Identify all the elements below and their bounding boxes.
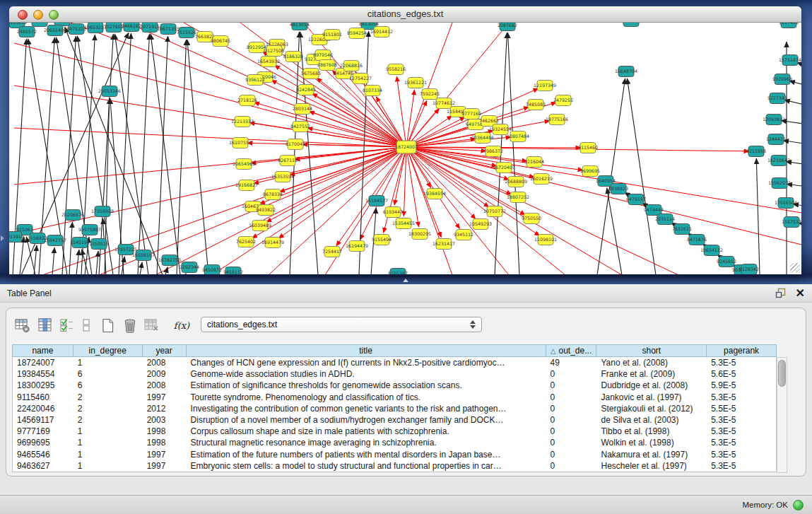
graph-node-label: 9267110 [278, 158, 298, 163]
graph-node-label: 9464839 [621, 23, 641, 23]
column-header-name[interactable]: name [13, 345, 73, 356]
graph-node-label: 10654112 [700, 247, 723, 252]
column-header-year[interactable]: year [143, 345, 187, 356]
table-row[interactable]: 911546021997Tourette syndrome. Phenomeno… [13, 392, 776, 403]
clear-selection-button[interactable] [77, 315, 95, 335]
graph-node-label: 8186328 [283, 54, 303, 59]
graph-node-label: 10688809 [505, 179, 527, 184]
graph-node-label: 9396122 [245, 77, 265, 82]
collapsed-sidebar-handle[interactable] [1, 235, 4, 241]
graph-node-label: 9474444 [644, 207, 664, 212]
table-row[interactable]: 946362711997Embryonic stem cells: a mode… [13, 460, 776, 472]
float-panel-icon[interactable] [775, 288, 786, 298]
minimize-window-icon[interactable] [33, 10, 43, 20]
graph-edge [627, 78, 656, 274]
table-cell: Disruption of a novel member of a sodium… [187, 415, 546, 425]
graph-edge [185, 274, 186, 274]
graph-node-label: 93975887 [78, 227, 101, 232]
new-table-button[interactable] [95, 315, 119, 335]
table-row[interactable]: 1456911722003Disruption of a novel membe… [13, 414, 776, 426]
table-cell: 5.3E-5 [707, 415, 776, 425]
graph-node-label: 8813054 [359, 23, 379, 26]
network-window: citations_edges.txt 91530197940173864017… [9, 6, 801, 274]
table-vertical-scrollbar[interactable] [777, 357, 787, 473]
table-cell: 1998 [143, 426, 187, 436]
table-cell: 6 [73, 380, 143, 390]
network-canvas[interactable]: 9153019794017386401732405572206914068475… [9, 23, 801, 274]
table-cell: Franke et al. (2009) [596, 369, 707, 379]
column-header-title[interactable]: title [187, 345, 546, 356]
table-cell: 5.5E-5 [707, 404, 776, 414]
scrollbar-thumb[interactable] [778, 360, 786, 387]
graph-node-label: 10549293 [469, 221, 492, 226]
status-bar: Memory: OK [0, 495, 812, 514]
column-header-out_de[interactable]: △out_de... [546, 345, 597, 356]
table-row[interactable]: 1872400712008Changes of HCN gene express… [13, 357, 776, 368]
table-cell: 1 [73, 438, 143, 448]
graph-node-label: 17016504 [775, 200, 797, 205]
table-cell: 0 [546, 426, 597, 436]
graph-node-label: 9329968 [772, 76, 792, 81]
table-cell: Estimation of significance thresholds fo… [187, 380, 546, 390]
graph-node-label: 7485083 [526, 102, 546, 107]
graph-node-label: 7462662 [479, 118, 499, 123]
table-row[interactable]: 946554611997Estimation of the future num… [13, 449, 776, 460]
column-edit-button[interactable] [33, 315, 57, 335]
select-all-rows-button[interactable] [57, 315, 77, 335]
close-panel-icon[interactable]: ✕ [796, 288, 805, 298]
graph-node-label: 17957225 [114, 247, 137, 252]
table-cell: 1 [73, 426, 143, 436]
import-table-button-disabled [141, 315, 162, 335]
table-select-dropdown[interactable]: citations_edges.txt [201, 317, 482, 332]
graph-node-label: 7632621 [672, 226, 692, 231]
table-body: 1872400712008Changes of HCN gene express… [12, 357, 777, 472]
graph-node-label: 7254417 [322, 249, 342, 254]
table-row[interactable]: 977716911998Corpus callosum shape and si… [13, 426, 776, 437]
table-cell: 5.3E-5 [707, 358, 776, 368]
table-cell: 1997 [143, 450, 187, 460]
graph-node-label: 16914479 [261, 240, 284, 245]
graph-node-label: 9245652 [717, 259, 736, 264]
graph-node-label: 7986372 [483, 148, 503, 153]
table-cell: Stergiakouli et al. (2012) [596, 404, 707, 414]
graph-node-label: 12754227 [349, 76, 372, 81]
function-builder-button[interactable]: f(x) [167, 315, 196, 335]
table-row[interactable]: 2242004622012Investigating the contribut… [13, 403, 776, 414]
zoom-window-icon[interactable] [49, 10, 59, 20]
network-window-title: citations_edges.txt [367, 8, 444, 19]
graph-node-label: 17359928 [91, 209, 114, 214]
graph-node-label: 19166827 [235, 182, 258, 187]
column-header-in_degree[interactable]: in_degree [73, 345, 143, 356]
graph-node-label: 2479255 [553, 98, 573, 103]
close-window-icon[interactable] [18, 10, 28, 20]
table-cell: 1 [73, 358, 143, 368]
table-row[interactable]: 1830029562008Estimation of significance … [13, 380, 776, 391]
network-window-titlebar[interactable]: citations_edges.txt [9, 6, 801, 23]
trash-icon [123, 318, 137, 333]
table-cell: 18300295 [13, 380, 73, 390]
graph-node-label: 20206576 [61, 212, 84, 217]
table-cell: 14569117 [13, 415, 73, 425]
column-header-short[interactable]: short [596, 345, 707, 356]
table-settings-button[interactable] [12, 315, 33, 335]
graph-node-label: 16720407 [493, 165, 515, 170]
panel-splitter-grip[interactable] [403, 279, 408, 282]
table-cell: 5.9E-5 [707, 380, 776, 390]
column-header-pagerank[interactable]: pagerank [707, 345, 776, 356]
table-row[interactable]: 969969511998Structural magnetic resonanc… [13, 437, 776, 448]
graph-node-label: 9777169 [461, 111, 481, 116]
graph-edge [278, 147, 406, 238]
graph-edge [317, 78, 406, 147]
table-panel: Table Panel ✕ [0, 284, 812, 514]
new-file-icon [101, 318, 114, 333]
graph-edge [607, 188, 622, 274]
table-cell: 2012 [143, 404, 187, 414]
table-row[interactable]: 1938455462009Genome-wide association stu… [13, 368, 776, 380]
table-cell: Hescheler et al. (1997) [596, 461, 707, 471]
window-resize-grip[interactable] [790, 263, 800, 273]
graph-node-label: 9153019 [9, 23, 27, 25]
delete-attribute-button[interactable] [119, 315, 141, 335]
table-cell: 2009 [143, 369, 187, 379]
graph-edge [290, 147, 406, 175]
graph-node-label: 9227341 [767, 95, 787, 100]
